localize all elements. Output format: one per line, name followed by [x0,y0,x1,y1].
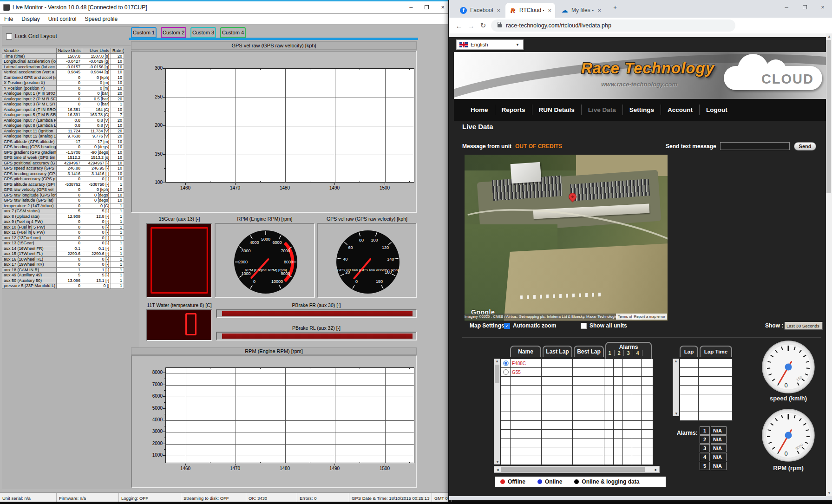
lock-grid-checkbox[interactable] [6,33,12,39]
tab-facebook[interactable]: f Facebook × [456,3,504,18]
maximize-icon[interactable] [795,0,814,14]
y-minor-tick [164,390,165,391]
alarm-value-2: N/A [711,435,727,444]
browser-window: f Facebook × R RTCloud - Live Data × ☁ M… [449,0,832,500]
tab-close-icon[interactable]: × [548,7,551,14]
lap-row [680,368,733,377]
table-row: Analogue input 12 (analog 19.76389.776 [… [2,134,124,139]
window-title: Live Monitor - Version 10.0.48 [Connecte… [13,4,147,11]
message-row: Message from unit OUT OF CREDITS Send te… [449,143,826,153]
y-tick-label: 250 [143,94,163,99]
table-row: GPS altitude accuracy (GP!-538762-538750… [2,182,124,187]
report-map-error-link[interactable]: Report a map error [632,314,667,320]
unit-radio[interactable] [503,369,509,375]
show-all-units-checkbox[interactable] [581,323,587,329]
col-header: Native Units [57,48,82,54]
scroll-down-icon[interactable]: ▼ [827,491,831,495]
menu-unit-control[interactable]: Unit control [44,15,81,23]
scroll-thumb[interactable] [826,40,831,193]
nav-settings[interactable]: Settings [622,105,661,115]
table-row: Vertical acceleration (vert a0.98450.984… [2,70,124,75]
legend-dot [574,479,579,484]
back-icon[interactable]: ← [453,22,465,30]
table-row: aux 50 (Auxiliary 50)13.09613.1 [-]1 [2,278,124,283]
speed-gauge-caption: speed (km/h) [751,395,825,402]
message-from-unit-value: OUT OF CREDITS [515,143,562,150]
gridline [166,385,414,386]
tab-close-icon[interactable]: × [497,7,500,14]
page-scrollbar[interactable]: ▲ ▼ [826,33,832,496]
scroll-left-icon[interactable]: ◄ [496,468,499,472]
table-row: Lateral acceleration (lat acc-0.0157-0.0… [2,64,124,70]
dashboard-area: Custom 1Custom 2Custom 3Custom 4 GPS vel… [129,1,418,491]
table-row: Analogue input 8 (Lambda L0.80.8 [V]10 [2,123,124,129]
units-table-hscrollbar[interactable]: ◄ ► [494,466,660,473]
x-tick [334,183,335,185]
table-row: Time (time)1507.81507.8 [s]20 [2,53,124,59]
divider [462,337,821,338]
scroll-up-icon[interactable]: ▲ [827,34,831,39]
table-row: GPS time of week (GPS tim1512.21513.2 [s… [2,155,124,161]
nav-reports[interactable]: Reports [495,105,532,115]
alarms-label: Alarms: [677,430,698,436]
menu-file[interactable]: File [0,15,17,23]
lock-grid-layout[interactable]: Lock Grid Layout [2,26,139,46]
show-range-select[interactable]: Last 30 Seconds [785,322,823,330]
map-settings-row: Map Settings : ✓ Automatic zoom Show all… [449,322,826,333]
tab-custom-4[interactable]: Custom 4 [220,27,246,38]
nav-home[interactable]: Home [464,105,495,115]
table-row: Analogue input 7 (Lambda F0.80.8 [V]20 [2,118,124,123]
speed-gauge: 0150 [760,339,816,395]
gridline [385,368,386,463]
gps-dial: 020406080100120140160180GPS vel raw (GPS… [318,224,416,297]
nav-logout[interactable]: Logout [699,105,734,115]
legend-dot [500,479,505,484]
language-select[interactable]: English ▼ [456,39,524,50]
variables-panel: Lock Grid Layout VariableNative UnitsUse… [2,26,139,489]
lap-row [680,359,733,368]
x-tick-label: 1470 [226,466,244,471]
unit-radio[interactable] [503,360,509,366]
lock-grid-label: Lock Grid Layout [15,33,57,39]
new-tab-button[interactable]: + [609,0,621,14]
close-icon[interactable]: × [441,4,445,11]
maximize-icon[interactable] [425,5,429,9]
svg-text:180: 180 [376,279,383,284]
menu-speed-profile[interactable]: Speed profile [80,15,122,23]
y-tick [163,432,165,432]
nav-account[interactable]: Account [661,105,699,115]
scroll-right-icon[interactable]: ► [654,468,658,472]
units-table: F488CG55 [501,359,653,465]
tab-custom-2[interactable]: Custom 2 [161,27,186,38]
tab-custom-3[interactable]: Custom 3 [190,27,216,38]
nav-run-details[interactable]: RUN Details [532,105,581,115]
y-minor-tick [164,438,165,438]
desktop: Live Monitor - Version 10.0.48 [Connecte… [0,0,832,504]
tab-onedrive[interactable]: ☁ My files - OneDrive × [557,3,605,18]
reload-icon[interactable]: ↻ [477,21,489,30]
address-bar[interactable]: race-technology.com/rtcloud/livedata.php [491,20,735,32]
alarm-col-2: 2 [615,350,624,356]
minimize-icon[interactable]: – [777,0,796,14]
unit-row [501,386,653,394]
close-icon[interactable]: × [813,0,832,14]
url-text[interactable]: race-technology.com/rtcloud/livedata.php [506,22,611,29]
send-button[interactable]: Send [794,142,816,151]
send-text-input[interactable] [720,142,790,150]
tab-custom-1[interactable]: Custom 1 [131,27,157,38]
forward-icon[interactable]: → [465,22,477,30]
table-row: aux 13 (15Gear)00 [-]1 [2,241,124,246]
map[interactable]: Google Imagery ©2020 , CNES / Airbus, Ge… [465,155,668,321]
units-table-vscrollbar[interactable]: ▲▼ [494,359,500,465]
tab-rtcloud[interactable]: R RTCloud - Live Data × [505,3,555,18]
menu-display[interactable]: Display [17,15,44,23]
table-row: GPS gradient (GPS gradient-1.5708-90 [de… [2,150,124,155]
lap-table-vscrollbar[interactable]: ▲▼ [673,359,679,416]
browser-toolbar: ← → ↻ ⌂ race-technology.com/rtcloud/live… [449,18,832,33]
y-minor-tick [164,402,165,403]
automatic-zoom-checkbox[interactable]: ✓ [504,323,510,329]
gear-display-frame [151,227,208,294]
gridline [236,368,236,463]
tab-close-icon[interactable]: × [597,7,601,14]
y-minor-tick [164,111,165,111]
